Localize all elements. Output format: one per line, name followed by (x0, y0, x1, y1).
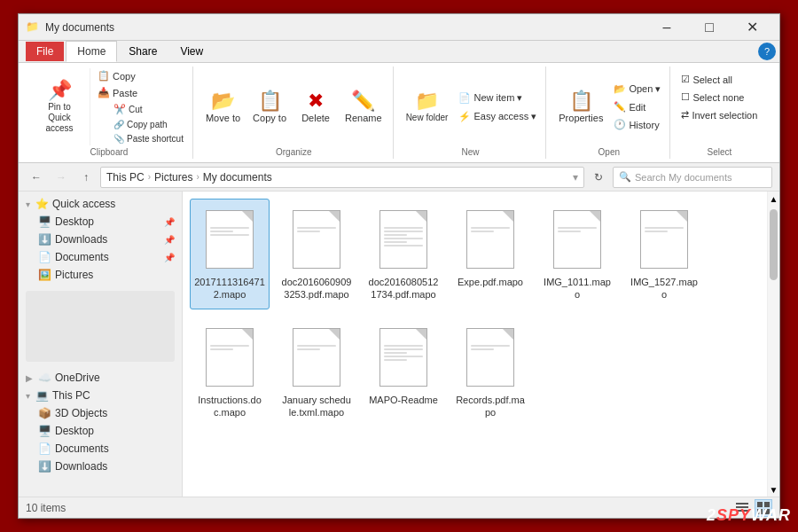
new-folder-button[interactable]: 📁 New folder (401, 88, 454, 126)
scroll-up-arrow[interactable]: ▲ (768, 192, 779, 206)
desktop-icon: 🖥️ (38, 215, 51, 228)
file-item-2[interactable]: doc20160609093253.pdf.mapo (277, 199, 356, 309)
easy-access-icon: ⚡ (458, 111, 471, 122)
tab-home[interactable]: Home (66, 41, 117, 62)
file-grid: 20171113164712.mapo doc201 (190, 199, 760, 426)
paste-shortcut-icon: 📎 (113, 134, 124, 144)
file-item-3[interactable]: doc20160805121734.pdf.mapo (364, 199, 443, 309)
main-area: ▾ ⭐ Quick access 🖥️ Desktop 📌 ⬇️ Downloa… (19, 192, 779, 497)
search-box[interactable]: 🔍 Search My documents (613, 167, 772, 188)
status-bar: 10 items (19, 497, 779, 518)
file-item-1[interactable]: 20171113164712.mapo (190, 199, 270, 309)
file-item-9[interactable]: MAPO-Readme (364, 317, 443, 427)
delete-button[interactable]: ✖ Delete (293, 88, 338, 127)
file-icon-6 (636, 207, 692, 272)
file-doc-9 (379, 328, 427, 387)
pictures-icon: 🖼️ (38, 269, 51, 281)
forward-button[interactable]: → (51, 167, 72, 188)
tab-file[interactable]: File (26, 42, 64, 61)
file-icon-7 (201, 325, 258, 390)
file-name-9: MAPO-Readme (369, 394, 438, 406)
rename-button[interactable]: ✏️ Rename (340, 88, 387, 127)
file-doc-6 (640, 210, 688, 269)
new-item-button[interactable]: 📄 New item ▾ (455, 90, 540, 106)
file-doc-1 (206, 210, 254, 269)
window-title: My documents (45, 21, 646, 34)
sidebar-item-pictures[interactable]: 🖼️ Pictures (19, 266, 182, 284)
sidebar-item-desktop[interactable]: 🖥️ Desktop 📌 (19, 213, 182, 231)
sidebar-item-downloads[interactable]: ⬇️ Downloads 📌 (19, 231, 182, 248)
history-button[interactable]: 🕐 History (610, 117, 664, 132)
quick-access-icon: ⭐ (35, 198, 49, 210)
file-doc-8 (293, 328, 340, 387)
file-doc-5 (553, 210, 601, 269)
open-button[interactable]: 📂 Open ▾ (610, 82, 664, 97)
file-icon-5 (549, 207, 606, 272)
path-pictures[interactable]: Pictures (154, 171, 192, 184)
move-to-button[interactable]: 📂 Move to (200, 88, 246, 127)
up-button[interactable]: ↑ (75, 167, 97, 188)
path-sep-2: › (196, 172, 199, 182)
file-name-4: Expe.pdf.mapo (458, 276, 523, 288)
properties-button[interactable]: 📋 Properties (553, 88, 608, 127)
file-item-6[interactable]: IMG_1527.mapo (624, 199, 704, 309)
sidebar-item-3dobjects[interactable]: 📦 3D Objects (19, 404, 182, 422)
file-name-10: Records.pdf.mapo (455, 394, 526, 419)
path-current[interactable]: My documents (203, 171, 272, 184)
edit-button[interactable]: ✏️ Edit (610, 99, 664, 114)
paste-button[interactable]: 📥 Paste (94, 85, 187, 100)
scroll-thumb[interactable] (770, 209, 778, 280)
move-icon: 📂 (211, 91, 235, 111)
sidebar-item-documents[interactable]: 📄 Documents 📌 (19, 248, 182, 266)
cut-icon: ✂️ (113, 104, 126, 115)
copy-to-button[interactable]: 📋 Copy to (247, 88, 292, 127)
sidebar: ▾ ⭐ Quick access 🖥️ Desktop 📌 ⬇️ Downloa… (19, 192, 183, 497)
maximize-button[interactable]: □ (689, 14, 730, 41)
quick-access-header[interactable]: ▾ ⭐ Quick access (19, 195, 182, 213)
item-count: 10 items (26, 502, 66, 514)
sidebar-item-thispc[interactable]: ▾ 💻 This PC (19, 387, 182, 404)
help-icon[interactable]: ? (758, 43, 776, 60)
file-name-2: doc20160609093253.pdf.mapo (281, 276, 352, 301)
file-item-7[interactable]: Instructions.doc.mapo (190, 317, 270, 427)
cut-button[interactable]: ✂️ Cut (110, 102, 187, 117)
search-placeholder: Search My documents (635, 172, 732, 183)
tab-view[interactable]: View (168, 41, 215, 62)
ribbon: 📌 Pin to Quick access 📋 Copy 📥 Paste ✂️ (19, 63, 779, 163)
window-controls: – □ ✕ (646, 14, 772, 41)
scroll-down-arrow[interactable]: ▼ (768, 482, 779, 497)
file-doc-3 (379, 210, 427, 269)
copy-button[interactable]: 📋 Copy (94, 68, 187, 83)
new-item-icon: 📄 (458, 92, 471, 104)
file-scrollbar[interactable]: ▲ ▼ (767, 192, 779, 497)
ribbon-group-open: 📋 Properties 📂 Open ▾ ✏️ Edit 🕐 History (548, 66, 670, 159)
file-item-8[interactable]: January schedule.txml.mapo (277, 317, 356, 427)
sidebar-item-documents2[interactable]: 📄 Documents (19, 440, 182, 458)
close-button[interactable]: ✕ (732, 14, 772, 41)
back-button[interactable]: ← (26, 167, 47, 188)
file-icon-10 (462, 325, 519, 390)
address-path[interactable]: This PC › Pictures › My documents ▾ (100, 167, 584, 188)
select-all-button[interactable]: ☑ Select all (677, 72, 761, 87)
path-thispc[interactable]: This PC (106, 171, 145, 184)
file-icon-8 (288, 325, 345, 390)
invert-selection-button[interactable]: ⇄ Invert selection (677, 107, 761, 122)
minimize-button[interactable]: – (646, 14, 687, 41)
select-none-button[interactable]: ☐ Select none (677, 90, 761, 105)
sidebar-item-onedrive[interactable]: ▶ ☁️ OneDrive (19, 369, 182, 387)
file-name-7: Instructions.doc.mapo (194, 394, 265, 419)
pin-quick-access-button[interactable]: 📌 Pin to Quick access (31, 77, 88, 137)
refresh-button[interactable]: ↻ (588, 167, 609, 188)
copy-path-button[interactable]: 🔗 Copy path (110, 118, 187, 131)
easy-access-button[interactable]: ⚡ Easy access ▾ (455, 109, 540, 124)
file-item-5[interactable]: IMG_1011.mapo (537, 199, 617, 309)
file-item-10[interactable]: Records.pdf.mapo (450, 317, 530, 427)
tab-share[interactable]: Share (117, 41, 168, 62)
sidebar-item-desktop2[interactable]: 🖥️ Desktop (19, 422, 182, 440)
thispc-icon: 💻 (35, 389, 49, 402)
paste-shortcut-button[interactable]: 📎 Paste shortcut (110, 132, 187, 145)
documents2-icon: 📄 (38, 442, 51, 455)
file-item-4[interactable]: Expe.pdf.mapo (450, 199, 530, 309)
sidebar-item-downloads2[interactable]: ⬇️ Downloads (19, 458, 182, 475)
file-doc-7 (206, 328, 254, 387)
